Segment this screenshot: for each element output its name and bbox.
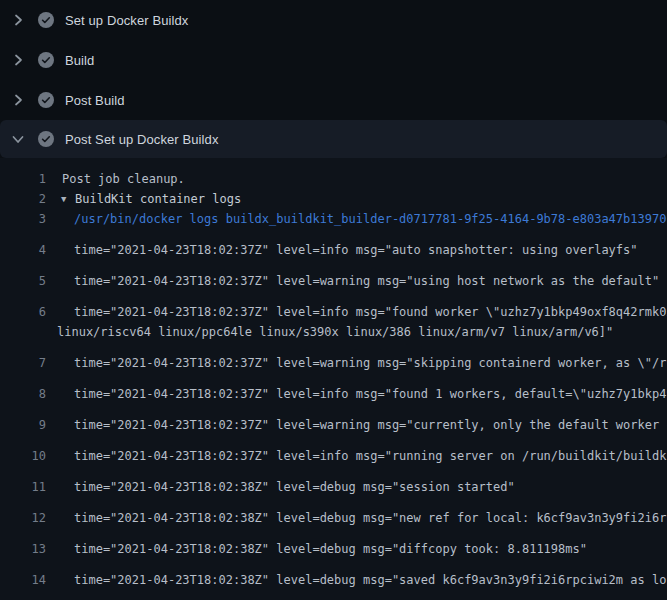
group-collapse-triangle-icon[interactable]: ▼	[61, 189, 73, 209]
log-text: time="2021-04-23T18:02:38Z" level=debug …	[74, 570, 667, 590]
log-line-number[interactable]: 3	[0, 209, 46, 229]
chevron-right-icon[interactable]	[10, 52, 26, 68]
log-line: 14time="2021-04-23T18:02:38Z" level=debu…	[0, 559, 667, 590]
log-text: time="2021-04-23T18:02:37Z" level=info m…	[74, 302, 667, 322]
log-text: linux/riscv64 linux/ppc64le linux/s390x …	[57, 322, 613, 342]
log-line: 8time="2021-04-23T18:02:37Z" level=info …	[0, 373, 667, 404]
log-text: time="2021-04-23T18:02:38Z" level=debug …	[74, 508, 667, 528]
actions-log-panel: Set up Docker Buildx Build Post Build	[0, 0, 667, 600]
log-lines: 1Post job cleanup.2▼BuildKit container l…	[0, 169, 667, 600]
log-text: time="2021-04-23T18:02:37Z" level=info m…	[74, 446, 667, 466]
check-circle-icon	[38, 92, 54, 108]
check-circle-icon	[38, 52, 54, 68]
log-line: 4time="2021-04-23T18:02:37Z" level=info …	[0, 229, 667, 260]
log-line: 10time="2021-04-23T18:02:37Z" level=info…	[0, 435, 667, 466]
log-text: time="2021-04-23T18:02:37Z" level=warnin…	[74, 353, 667, 373]
log-line: 6time="2021-04-23T18:02:37Z" level=info …	[0, 291, 667, 322]
log-text: Post job cleanup.	[62, 169, 185, 189]
check-circle-icon	[38, 12, 54, 28]
log-line-number[interactable]: 8	[0, 384, 46, 404]
log-text: time="2021-04-23T18:02:37Z" level=info m…	[74, 240, 638, 260]
log-line-number[interactable]: 11	[0, 477, 46, 497]
log-line-number[interactable]: 6	[0, 302, 46, 322]
log-text: time="2021-04-23T18:02:38Z" level=debug …	[74, 477, 515, 497]
step-label: Post Build	[65, 93, 125, 108]
log-text: time="2021-04-23T18:02:38Z" level=debug …	[74, 539, 587, 559]
log-line: 13time="2021-04-23T18:02:38Z" level=debu…	[0, 528, 667, 559]
chevron-right-icon[interactable]	[10, 12, 26, 28]
log-line-number[interactable]: 7	[0, 353, 46, 373]
log-line-number[interactable]: 1	[0, 169, 46, 189]
log-viewer: 1Post job cleanup.2▼BuildKit container l…	[0, 158, 667, 600]
step-label: Post Set up Docker Buildx	[65, 132, 219, 147]
step-label: Set up Docker Buildx	[65, 13, 188, 28]
log-line: 11time="2021-04-23T18:02:38Z" level=debu…	[0, 466, 667, 497]
step-post-build[interactable]: Post Build	[0, 80, 667, 120]
steps-list: Set up Docker Buildx Build Post Build	[0, 0, 667, 158]
check-circle-icon	[38, 131, 54, 147]
log-text: time="2021-04-23T18:02:37Z" level=info m…	[74, 384, 667, 404]
log-line-number[interactable]: 12	[0, 508, 46, 528]
log-text: time="2021-04-23T18:02:37Z" level=warnin…	[74, 415, 667, 435]
log-line-number[interactable]: 9	[0, 415, 46, 435]
log-line: 7time="2021-04-23T18:02:37Z" level=warni…	[0, 342, 667, 373]
log-line: 5time="2021-04-23T18:02:37Z" level=warni…	[0, 260, 667, 291]
log-text: BuildKit container logs	[75, 189, 241, 209]
log-line: 2▼BuildKit container logs	[0, 189, 667, 209]
step-label: Build	[65, 53, 94, 68]
log-line-number[interactable]: 10	[0, 446, 46, 466]
log-line-number[interactable]: 13	[0, 539, 46, 559]
log-line-number[interactable]: 4	[0, 240, 46, 260]
log-line-number[interactable]: 14	[0, 570, 46, 590]
log-line: 1Post job cleanup.	[0, 169, 667, 189]
log-line-number[interactable]: 5	[0, 271, 46, 291]
log-line-number[interactable]: 2	[0, 189, 46, 209]
log-line: 9time="2021-04-23T18:02:37Z" level=warni…	[0, 404, 667, 435]
log-line: 15time="2021-04-23T18:02:38Z" level=debu…	[0, 590, 667, 600]
log-line: 12time="2021-04-23T18:02:38Z" level=debu…	[0, 497, 667, 528]
step-post-set-up-docker-buildx[interactable]: Post Set up Docker Buildx	[0, 120, 667, 158]
step-build[interactable]: Build	[0, 40, 667, 80]
log-text: time="2021-04-23T18:02:37Z" level=warnin…	[74, 271, 659, 291]
step-set-up-docker-buildx[interactable]: Set up Docker Buildx	[0, 0, 667, 40]
chevron-right-icon[interactable]	[10, 92, 26, 108]
log-command-text: /usr/bin/docker logs buildx_buildkit_bui…	[74, 209, 666, 229]
log-line-continuation: linux/riscv64 linux/ppc64le linux/s390x …	[0, 322, 667, 342]
chevron-down-icon[interactable]	[10, 131, 26, 147]
log-line: 3/usr/bin/docker logs buildx_buildkit_bu…	[0, 209, 667, 229]
